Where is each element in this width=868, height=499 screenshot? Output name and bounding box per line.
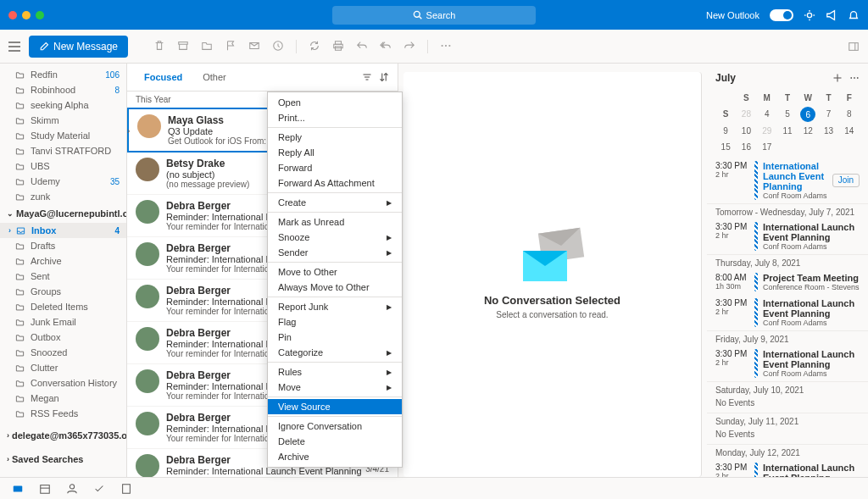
calendar-day[interactable]: 12 xyxy=(798,124,818,138)
new-message-button[interactable]: New Message xyxy=(29,36,128,58)
calendar-day[interactable]: 15 xyxy=(715,140,736,154)
tasks-view-icon[interactable] xyxy=(93,483,105,495)
maximize-window[interactable] xyxy=(36,11,44,19)
context-menu-item[interactable]: Categorize▶ xyxy=(268,345,402,360)
sidebar-folder-groups[interactable]: Groups xyxy=(0,284,126,299)
sidebar-folder[interactable]: Tanvi STRATFORD xyxy=(0,143,126,158)
sidebar-folder-conversation history[interactable]: Conversation History xyxy=(0,375,126,391)
forward-icon[interactable] xyxy=(403,40,415,52)
sidebar-folder-snoozed[interactable]: Snoozed xyxy=(0,345,126,360)
search-input[interactable]: Search xyxy=(332,6,536,25)
saved-searches-header[interactable]: ›Saved Searches xyxy=(0,450,126,469)
context-menu-item[interactable]: View Source xyxy=(268,399,402,414)
sidebar-folder-drafts[interactable]: Drafts xyxy=(0,238,126,253)
minimize-window[interactable] xyxy=(22,11,31,19)
delete-icon[interactable] xyxy=(153,40,165,52)
sidebar-folder[interactable]: Udemy35 xyxy=(0,174,126,189)
calendar-event[interactable]: 3:30 PM2 hrInternational Launch Event Pl… xyxy=(707,459,868,477)
add-event-icon[interactable] xyxy=(832,73,843,83)
sidebar-folder[interactable]: zunk xyxy=(0,189,126,204)
sidebar-folder-deleted items[interactable]: Deleted Items xyxy=(0,299,126,314)
context-menu-item[interactable]: Reply xyxy=(268,130,402,145)
snooze-icon[interactable] xyxy=(272,40,284,52)
sidebar-folder-megan[interactable]: Megan xyxy=(0,391,126,406)
filter-icon[interactable] xyxy=(362,72,372,82)
calendar-event[interactable]: 3:30 PM2 hrInternational Launch Event Pl… xyxy=(707,219,868,254)
calendar-day[interactable]: 17 xyxy=(757,140,777,154)
context-menu-item[interactable]: Open xyxy=(268,95,402,110)
context-menu-item[interactable]: Print... xyxy=(268,110,402,125)
context-menu-item[interactable]: Mark as Unread xyxy=(268,214,402,230)
calendar-event[interactable]: 8:00 AM1h 30mProject Team MeetingConfere… xyxy=(707,269,868,295)
calendar-day[interactable]: 10 xyxy=(736,124,756,138)
replyall-icon[interactable] xyxy=(380,40,392,52)
flag-icon[interactable] xyxy=(225,40,236,52)
sidebar-folder[interactable]: Redfin106 xyxy=(0,67,126,82)
context-menu-item[interactable]: Report Junk▶ xyxy=(268,299,402,314)
calendar-more-icon[interactable] xyxy=(849,73,860,83)
sidebar-folder[interactable]: UBS xyxy=(0,158,126,174)
context-menu-item[interactable]: Pin xyxy=(268,330,402,345)
sidebar-folder-clutter[interactable]: Clutter xyxy=(0,360,126,375)
more-icon[interactable] xyxy=(440,40,452,52)
move-icon[interactable] xyxy=(201,40,213,52)
sort-icon[interactable] xyxy=(379,72,389,82)
context-menu-item[interactable]: Flag xyxy=(268,314,402,330)
context-menu-item[interactable]: Ignore Conversation xyxy=(268,419,402,434)
context-menu-item[interactable]: Sender▶ xyxy=(268,245,402,260)
calendar-event[interactable]: 3:30 PM2 hrInternational Launch Event Pl… xyxy=(707,346,868,381)
calendar-day[interactable]: 11 xyxy=(777,124,798,138)
calendar-day[interactable]: 4 xyxy=(757,107,777,122)
context-menu-item[interactable]: Move to Other xyxy=(268,264,402,280)
sidebar-folder[interactable]: seeking Alpha xyxy=(0,97,126,113)
calendar-day[interactable]: 5 xyxy=(777,107,798,122)
calendar-day[interactable]: 7 xyxy=(818,107,838,122)
sidebar-folder-junk email[interactable]: Junk Email xyxy=(0,314,126,330)
mail-view-icon[interactable] xyxy=(12,483,24,495)
megaphone-icon[interactable] xyxy=(826,9,837,21)
bell-icon[interactable] xyxy=(848,9,860,21)
print-icon[interactable] xyxy=(332,40,344,52)
sidebar-folder-inbox[interactable]: ›Inbox4 xyxy=(0,223,126,238)
people-view-icon[interactable] xyxy=(66,483,78,495)
context-menu-item[interactable]: Always Move to Other xyxy=(268,280,402,295)
tab-other[interactable]: Other xyxy=(194,69,235,86)
context-menu-item[interactable]: Archive xyxy=(268,449,402,464)
sidebar-folder-sent[interactable]: Sent xyxy=(0,269,126,284)
calendar-day[interactable]: 8 xyxy=(839,107,860,122)
sidebar-folder[interactable]: Skimm xyxy=(0,113,126,128)
brightness-icon[interactable] xyxy=(804,9,815,21)
sync-icon[interactable] xyxy=(309,40,320,52)
context-menu-item[interactable]: Reply All xyxy=(268,145,402,160)
context-menu-item[interactable]: Move▶ xyxy=(268,380,402,395)
notes-view-icon[interactable] xyxy=(120,483,132,495)
calendar-day[interactable]: 28 xyxy=(736,107,756,122)
calendar-day[interactable]: 9 xyxy=(715,124,736,138)
delegate-header[interactable]: ›delegate@m365x773035.on... xyxy=(0,426,126,445)
context-menu-item[interactable]: Forward xyxy=(268,160,402,175)
context-menu-item[interactable]: Create▶ xyxy=(268,195,402,210)
calendar-day[interactable]: 14 xyxy=(839,124,860,138)
calendar-day[interactable]: 16 xyxy=(736,140,756,154)
calendar-day[interactable]: 29 xyxy=(757,124,777,138)
tab-focused[interactable]: Focused xyxy=(136,69,191,86)
reply-icon[interactable] xyxy=(356,40,368,52)
calendar-event[interactable]: 3:30 PM2 hrInternational Launch Event Pl… xyxy=(707,158,868,203)
context-menu-item[interactable]: Forward As Attachment xyxy=(268,175,402,191)
sidebar-folder-outbox[interactable]: Outbox xyxy=(0,330,126,345)
new-outlook-toggle[interactable] xyxy=(770,9,793,21)
context-menu-item[interactable]: Rules▶ xyxy=(268,364,402,380)
archive-icon[interactable] xyxy=(177,40,189,52)
account-header[interactable]: ⌄MayaG@lucernepubintl.com xyxy=(0,204,126,223)
context-menu-item[interactable]: Snooze▶ xyxy=(268,230,402,245)
calendar-view-icon[interactable] xyxy=(39,483,51,495)
calendar-event[interactable]: 3:30 PM2 hrInternational Launch Event Pl… xyxy=(707,295,868,330)
context-menu-item[interactable]: Delete xyxy=(268,434,402,449)
panel-icon[interactable] xyxy=(848,41,860,53)
calendar-day[interactable]: 13 xyxy=(818,124,838,138)
sidebar-folder[interactable]: Robinhood8 xyxy=(0,82,126,97)
sidebar-folder-archive[interactable]: Archive xyxy=(0,253,126,269)
hamburger-icon[interactable] xyxy=(8,42,20,52)
calendar-day[interactable]: 6 xyxy=(800,107,815,122)
sidebar-folder[interactable]: Study Material xyxy=(0,128,126,143)
